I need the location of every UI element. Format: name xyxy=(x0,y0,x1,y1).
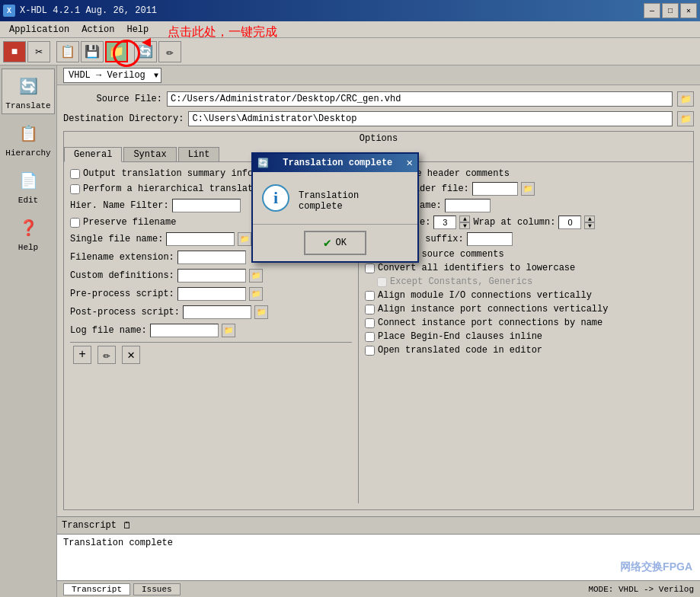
options-title: Options xyxy=(64,132,693,145)
source-browse-button[interactable]: 📁 xyxy=(677,91,694,107)
author-input[interactable] xyxy=(445,199,491,212)
indent-down[interactable]: ▼ xyxy=(459,222,470,229)
transcript-bar: Transcript 🗒 xyxy=(57,516,700,535)
dialog-content: i Translation complete xyxy=(253,172,417,224)
check-align-port-label: Align instance port connections vertical… xyxy=(378,304,608,314)
mode-dropdown[interactable]: VHDL → Verilog xyxy=(63,68,161,83)
title-bar: X X-HDL 4.2.1 Aug. 26, 2011 — □ ✕ xyxy=(0,0,700,21)
menu-application[interactable]: Application xyxy=(3,23,75,37)
custom-header-input[interactable] xyxy=(472,182,518,196)
wrap-up[interactable]: ▲ xyxy=(584,215,595,222)
sidebar-item-help[interactable]: ❓ Help xyxy=(2,210,55,256)
watermark: 网络交换FPGA xyxy=(620,560,692,574)
custom-def-row: Custom definitions: 📁 xyxy=(70,269,352,283)
check-align-port: Align instance port connections vertical… xyxy=(365,304,687,314)
single-file-input[interactable] xyxy=(166,232,235,246)
indent-spinner: ▲ ▼ xyxy=(459,215,470,229)
sidebar-label-help: Help xyxy=(18,243,38,252)
single-file-label: Single file name: xyxy=(70,234,163,244)
check-align-io-input[interactable] xyxy=(365,291,375,301)
check-begin-end-input[interactable] xyxy=(365,332,375,342)
check-lowercase: Convert all identifiers to lowercase xyxy=(365,263,687,273)
sidebar-item-hierarchy[interactable]: 📋 Hierarchy xyxy=(2,116,55,161)
custom-header-browse[interactable]: 📁 xyxy=(521,182,535,196)
check-preserve-label: Preserve filename xyxy=(83,217,176,228)
toolbar: ■ ✂ 📋 💾 📁 🔄 ✏ xyxy=(0,38,700,65)
pre-script-input[interactable] xyxy=(177,287,246,301)
wrap-input[interactable] xyxy=(558,215,581,229)
toolbar-btn-new[interactable]: ■ xyxy=(3,41,26,62)
wrap-down[interactable]: ▼ xyxy=(584,222,595,229)
pre-script-row: Pre-process script: 📁 xyxy=(70,287,352,301)
hierarchy-icon: 📋 xyxy=(14,120,42,147)
status-tab-issues[interactable]: Issues xyxy=(133,583,181,595)
log-file-label: Log file name: xyxy=(70,325,147,336)
transcript-text: Translation complete xyxy=(63,538,173,548)
log-file-row: Log file name: 📁 xyxy=(70,324,352,337)
custom-def-input[interactable] xyxy=(177,269,246,283)
tab-syntax[interactable]: Syntax xyxy=(123,147,176,161)
check-except-constants-input[interactable] xyxy=(377,277,387,287)
custom-def-browse[interactable]: 📁 xyxy=(249,269,263,283)
tab-lint[interactable]: Lint xyxy=(178,147,220,161)
source-input[interactable] xyxy=(167,91,673,107)
check-preserve-input[interactable] xyxy=(70,218,80,228)
filename-ext-input[interactable] xyxy=(177,251,246,264)
custom-def-label: Custom definitions: xyxy=(70,270,174,281)
dialog-close-button[interactable]: ✕ xyxy=(407,158,413,168)
delete-button[interactable]: ✕ xyxy=(122,346,140,364)
sidebar-item-translate[interactable]: 🔄 Translate xyxy=(2,69,55,114)
toolbar-btn-edit[interactable]: ✏ xyxy=(158,41,181,62)
toolbar-btn-save[interactable]: 💾 xyxy=(81,41,104,62)
translation-complete-dialog[interactable]: 🔄 Translation complete ✕ i Translation c… xyxy=(251,152,419,263)
tab-general[interactable]: General xyxy=(64,147,122,162)
toolbar-btn-open[interactable]: 📋 xyxy=(56,41,79,62)
log-file-input[interactable] xyxy=(150,324,219,337)
hier-filter-input[interactable] xyxy=(172,199,241,212)
dialog-footer: ✔ OK xyxy=(253,224,417,261)
indent-input[interactable] xyxy=(433,215,456,229)
check-connect-by-name-label: Connect instance port connections by nam… xyxy=(378,318,603,328)
check-lowercase-input[interactable] xyxy=(365,263,375,273)
maximize-button[interactable]: □ xyxy=(662,3,679,18)
post-script-input[interactable] xyxy=(183,305,251,319)
check-open-editor-input[interactable] xyxy=(365,346,375,356)
check-connect-by-name-input[interactable] xyxy=(365,318,375,328)
toolbar-btn-cut[interactable]: ✂ xyxy=(27,41,50,62)
edit-icon: 📄 xyxy=(14,167,42,194)
status-tab-transcript[interactable]: Transcript xyxy=(63,583,130,595)
options-bottom-buttons: + ✏ ✕ xyxy=(70,342,352,367)
sidebar-label-translate: Translate xyxy=(5,101,50,110)
ok-label: OK xyxy=(336,238,347,248)
dest-browse-button[interactable]: 📁 xyxy=(677,111,694,126)
check-align-port-input[interactable] xyxy=(365,305,375,314)
pre-script-browse[interactable]: 📁 xyxy=(249,287,263,301)
check-align-io-label: Align module I/O connections vertically xyxy=(378,290,592,301)
source-file-row: Source File: 📁 xyxy=(63,91,694,107)
check-summary-input[interactable] xyxy=(70,169,80,179)
check-except-constants: Except Constants, Generics xyxy=(365,276,687,287)
indent-up[interactable]: ▲ xyxy=(459,215,470,222)
dest-input[interactable] xyxy=(188,111,673,126)
window-title: X-HDL 4.2.1 Aug. 26, 2011 xyxy=(20,5,157,16)
dialog-ok-button[interactable]: ✔ OK xyxy=(304,231,366,255)
transcript-content: Translation complete xyxy=(57,535,700,580)
mode-selector: VHDL → Verilog xyxy=(57,65,700,85)
menu-action[interactable]: Action xyxy=(75,23,120,37)
check-hierarchical-input[interactable] xyxy=(70,184,80,194)
pre-script-label: Pre-process script: xyxy=(70,289,174,299)
identifier-input[interactable] xyxy=(467,232,513,246)
check-begin-end-label: Place Begin-End clauses inline xyxy=(378,331,542,342)
close-button[interactable]: ✕ xyxy=(680,3,697,18)
post-script-browse[interactable]: 📁 xyxy=(254,305,268,319)
edit-opt-button[interactable]: ✏ xyxy=(97,346,116,364)
minimize-button[interactable]: — xyxy=(644,3,660,18)
toolbar-btn-refresh[interactable]: 🔄 xyxy=(134,41,157,62)
sidebar-item-edit[interactable]: 📄 Edit xyxy=(2,163,55,209)
log-file-browse[interactable]: 📁 xyxy=(222,324,235,337)
help-icon: ❓ xyxy=(14,214,42,241)
add-button[interactable]: + xyxy=(73,346,91,364)
single-file-browse[interactable]: 📁 xyxy=(238,232,251,246)
menu-help[interactable]: Help xyxy=(120,23,155,37)
toolbar-btn-translate[interactable]: 📁 xyxy=(105,41,128,62)
